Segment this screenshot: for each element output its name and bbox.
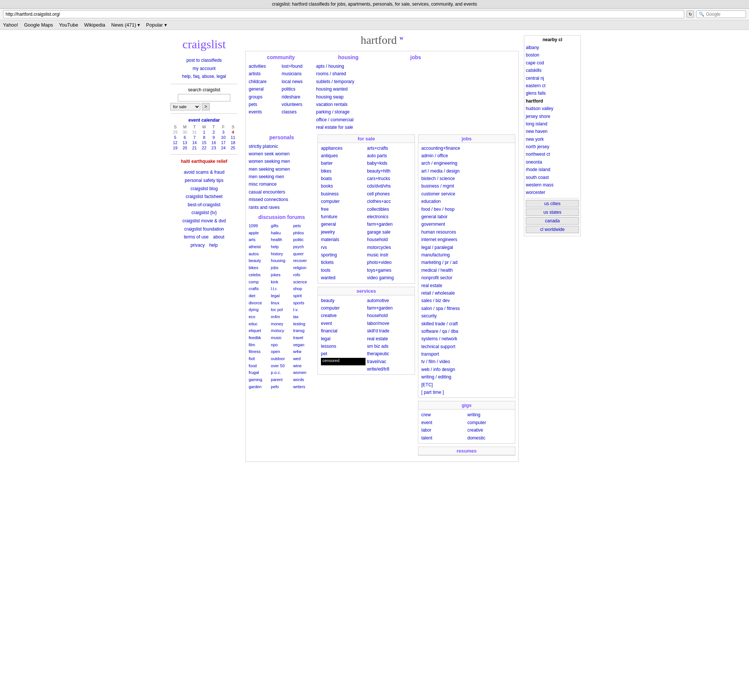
forsale-link[interactable]: tickets xyxy=(321,259,365,266)
sidebar-bottom-link[interactable]: help xyxy=(209,241,218,250)
jobs-link[interactable]: human resources xyxy=(421,228,512,236)
forum-link[interactable]: divorce xyxy=(249,299,270,307)
forum-link[interactable]: history xyxy=(271,250,292,258)
forum-link[interactable]: philos xyxy=(293,229,315,236)
forum-link[interactable]: spirit xyxy=(293,292,315,299)
jobs-link[interactable]: software / qa / dba xyxy=(421,328,512,335)
jobs-link[interactable]: education xyxy=(421,198,512,205)
forsale-link[interactable]: jewelry xyxy=(321,228,365,236)
sidebar-post-classifieds[interactable]: post to classifieds xyxy=(170,56,238,65)
forum-link[interactable]: psych xyxy=(293,243,315,250)
calendar-day[interactable]: 31 xyxy=(190,130,199,135)
services-link[interactable]: financial xyxy=(321,327,365,335)
forum-link[interactable]: legal xyxy=(271,292,292,299)
forsale-link[interactable]: arts+crafts xyxy=(367,145,411,152)
forum-link[interactable]: dying xyxy=(249,306,270,313)
services-link[interactable]: lessons xyxy=(321,343,365,350)
services-link[interactable]: real estate xyxy=(367,335,411,343)
forum-link[interactable]: science xyxy=(293,279,315,286)
nearby-city-link[interactable]: long island xyxy=(526,120,579,128)
forum-link[interactable]: housing xyxy=(271,257,292,264)
jobs-link[interactable]: business / mgmt xyxy=(421,182,512,190)
browser-search-input[interactable] xyxy=(706,12,743,17)
nav-yahoo[interactable]: Yahoo! xyxy=(3,22,18,28)
forum-link[interactable]: transg xyxy=(293,327,315,334)
calendar-day[interactable]: 30 xyxy=(180,130,190,135)
forum-link[interactable]: testing xyxy=(293,320,315,328)
forum-link[interactable]: recover xyxy=(293,257,315,264)
services-link[interactable]: labor/move xyxy=(367,320,411,327)
forum-link[interactable]: npo xyxy=(271,342,292,349)
forum-link[interactable]: rofo xyxy=(293,271,315,279)
forsale-link[interactable]: farm+garden xyxy=(367,221,411,228)
jobs-link[interactable]: internet engineers xyxy=(421,236,512,243)
forum-link[interactable]: diet xyxy=(249,292,270,299)
gigs-link[interactable]: writing xyxy=(468,411,512,418)
nearby-city-link[interactable]: albany xyxy=(526,44,579,51)
jobs-link[interactable]: skilled trade / craft xyxy=(421,320,512,328)
forum-link[interactable]: writers xyxy=(293,383,315,390)
hartford-w-link[interactable]: w xyxy=(400,35,404,41)
jobs-link[interactable]: marketing / pr / ad xyxy=(421,259,512,266)
refresh-button[interactable]: ↻ xyxy=(686,11,694,18)
forum-link[interactable]: bikes xyxy=(249,264,270,271)
calendar-day[interactable]: 29 xyxy=(170,130,180,135)
services-link[interactable]: travel/vac xyxy=(367,358,411,365)
nearby-city-link[interactable]: rhode island xyxy=(526,166,579,173)
personals-link[interactable]: men seeking women xyxy=(249,165,315,173)
forum-link[interactable]: words xyxy=(293,376,315,383)
services-link[interactable]: farm+garden xyxy=(367,304,411,312)
services-link[interactable]: legal xyxy=(321,335,365,343)
forum-link[interactable]: m4m xyxy=(271,313,292,320)
housing-link[interactable]: housing swap xyxy=(316,93,381,101)
nearby-scope-btn[interactable]: canada xyxy=(526,217,579,224)
forum-link[interactable]: music xyxy=(271,334,292,342)
forum-link[interactable]: jokes xyxy=(271,271,292,279)
community-link[interactable]: events xyxy=(249,108,280,116)
forum-link[interactable]: motocy xyxy=(271,327,292,334)
forum-link[interactable]: outdoor xyxy=(271,355,292,362)
forsale-link[interactable]: sporting xyxy=(321,251,365,259)
community-link[interactable]: local news xyxy=(281,78,313,85)
calendar-day[interactable]: 5 xyxy=(170,135,180,140)
forum-link[interactable]: arts xyxy=(249,236,270,243)
nearby-city-link[interactable]: oneonta xyxy=(526,159,579,166)
nearby-city-link[interactable]: eastern ct xyxy=(526,82,579,90)
nearby-city-link[interactable]: hartford xyxy=(526,97,579,105)
forum-link[interactable]: queer xyxy=(293,250,315,258)
forsale-link[interactable]: computer xyxy=(321,198,365,205)
nearby-city-link[interactable]: hudson valley xyxy=(526,105,579,112)
forum-link[interactable]: 1099 xyxy=(249,223,270,229)
forum-link[interactable]: gifts xyxy=(271,223,292,229)
jobs-link[interactable]: [ETC] xyxy=(421,381,512,389)
search-category-select[interactable]: for sale housing jobs community services… xyxy=(170,103,200,110)
gigs-link[interactable]: crew xyxy=(421,411,466,418)
calendar-day[interactable]: 4 xyxy=(228,130,238,135)
address-input[interactable] xyxy=(3,10,684,18)
services-link[interactable]: therapeutic xyxy=(367,350,411,357)
nearby-city-link[interactable]: jersey shore xyxy=(526,113,579,120)
jobs-link[interactable]: [ part time ] xyxy=(421,389,512,396)
calendar-day[interactable]: 25 xyxy=(228,145,238,151)
services-link[interactable]: household xyxy=(367,312,411,319)
jobs-link[interactable]: sales / biz dev xyxy=(421,297,512,304)
nearby-city-link[interactable]: new york xyxy=(526,136,579,143)
nearby-scope-btn[interactable]: cl worldwide xyxy=(526,226,579,233)
sidebar-extra-link[interactable]: craigslist factsheet xyxy=(170,193,238,201)
forum-link[interactable]: religion xyxy=(293,264,315,271)
forum-link[interactable]: pets xyxy=(293,223,315,229)
nearby-city-link[interactable]: central nj xyxy=(526,75,579,82)
sidebar-my-account[interactable]: my account xyxy=(170,65,238,73)
sidebar-extra-link[interactable]: craigslist {tv} xyxy=(170,209,238,217)
forum-link[interactable]: kink xyxy=(271,279,292,286)
forsale-link[interactable]: bikes xyxy=(321,167,365,175)
jobs-link[interactable]: medical / health xyxy=(421,267,512,274)
housing-link[interactable]: rooms / shared xyxy=(316,70,381,78)
forum-link[interactable]: fixit xyxy=(249,355,270,362)
housing-link[interactable]: housing wanted xyxy=(316,85,381,93)
housing-link[interactable]: vacation rentals xyxy=(316,101,381,108)
forum-link[interactable]: haiku xyxy=(271,229,292,236)
services-link[interactable]: creative xyxy=(321,312,365,319)
personals-link[interactable]: missed connections xyxy=(249,196,315,203)
forum-link[interactable]: eco xyxy=(249,313,270,320)
